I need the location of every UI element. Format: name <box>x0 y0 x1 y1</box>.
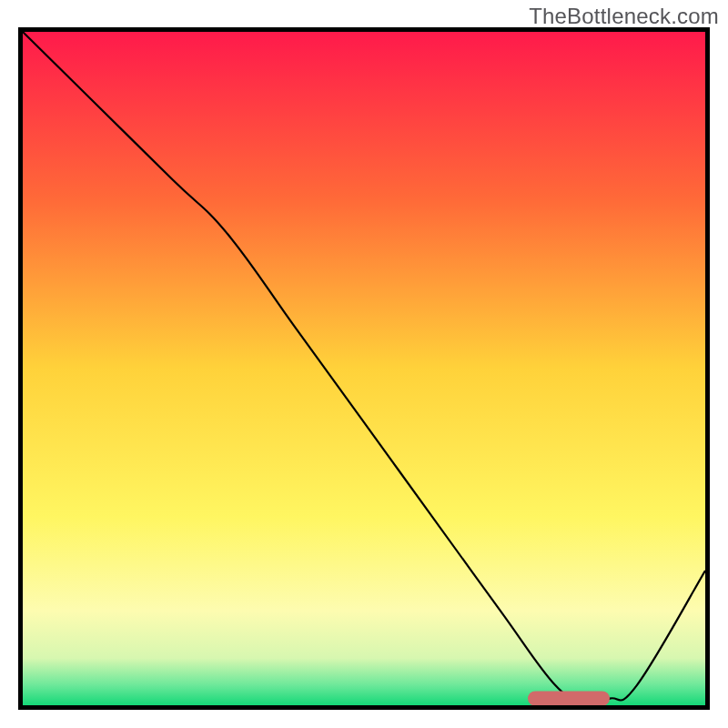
plot-area <box>18 27 710 710</box>
watermark-text: TheBottleneck.com <box>529 4 719 29</box>
marker-layer <box>528 691 610 705</box>
chart-frame: TheBottleneck.com <box>0 0 728 728</box>
chart-svg <box>23 32 705 705</box>
valley-marker <box>528 691 610 705</box>
